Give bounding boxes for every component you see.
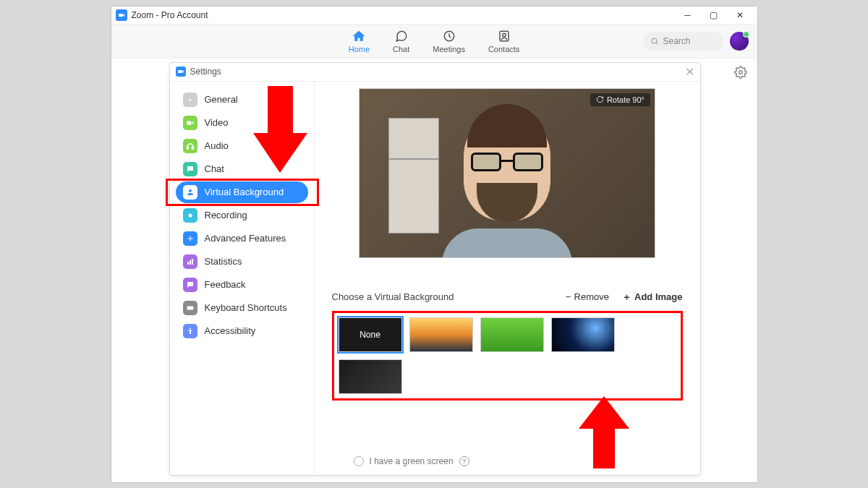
remove-background-button[interactable]: − Remove <box>566 291 609 304</box>
window-title: Zoom - Pro Account <box>132 10 208 20</box>
gear-icon <box>183 93 197 107</box>
plus-icon <box>183 231 197 246</box>
tab-home-label: Home <box>349 45 370 53</box>
sidebar-item-advanced-features[interactable]: Advanced Features <box>176 228 308 249</box>
sidebar-item-virtual-background[interactable]: Virtual Background <box>176 181 308 203</box>
svg-rect-12 <box>192 259 193 265</box>
svg-rect-7 <box>192 147 193 149</box>
sidebar-item-accessibility[interactable]: Accessibility <box>176 320 308 342</box>
record-icon <box>183 208 197 223</box>
titlebar: Zoom - Pro Account ─ ▢ ✕ <box>111 7 757 24</box>
help-icon[interactable]: ? <box>459 456 469 466</box>
keyboard-icon <box>183 301 197 315</box>
video-preview: Rotate 90° <box>359 88 655 258</box>
add-image-button[interactable]: ＋ Add Image <box>622 291 682 304</box>
headphones-icon <box>183 139 197 153</box>
person-icon <box>183 185 197 200</box>
sidebar-item-label: Feedback <box>205 279 246 290</box>
svg-point-14 <box>190 328 191 329</box>
svg-point-3 <box>652 38 657 43</box>
sidebar-item-recording[interactable]: Recording <box>176 205 308 226</box>
search-icon <box>650 37 659 46</box>
tab-chat[interactable]: Chat <box>393 29 409 53</box>
choose-background-label: Choose a Virtual Background <box>332 291 454 302</box>
clock-icon <box>442 29 456 43</box>
sidebar-item-label: Keyboard Shortcuts <box>205 302 287 313</box>
green-screen-checkbox[interactable] <box>354 456 364 466</box>
tab-meetings[interactable]: Meetings <box>433 29 465 53</box>
rotate-button[interactable]: Rotate 90° <box>590 93 650 106</box>
sidebar-item-general[interactable]: General <box>176 89 308 111</box>
zoom-logo-icon <box>116 9 127 21</box>
background-tile-grass[interactable] <box>480 317 544 352</box>
sidebar-item-label: Recording <box>205 210 247 221</box>
zoom-main-window: Zoom - Pro Account ─ ▢ ✕ Home Chat Meeti… <box>111 6 758 483</box>
sidebar-item-chat[interactable]: Chat <box>176 158 308 180</box>
background-tile-none[interactable]: None <box>339 317 402 352</box>
svg-rect-13 <box>187 306 193 309</box>
sidebar-item-video[interactable]: Video <box>176 112 308 134</box>
close-button[interactable]: ✕ <box>727 8 753 22</box>
chat-icon <box>183 162 197 176</box>
sidebar-item-label: Video <box>205 117 229 128</box>
sidebar-item-label: General <box>205 94 238 105</box>
svg-rect-10 <box>187 262 189 265</box>
chat-icon <box>394 29 409 43</box>
tab-meetings-label: Meetings <box>433 45 465 53</box>
avatar[interactable] <box>730 32 749 51</box>
sidebar-item-label: Accessibility <box>205 325 256 336</box>
sidebar-item-label: Statistics <box>205 256 242 267</box>
tab-contacts-label: Contacts <box>488 45 519 53</box>
tile-none-label: None <box>359 330 380 340</box>
svg-point-9 <box>188 213 192 217</box>
rotate-label: Rotate 90° <box>607 95 644 104</box>
sidebar-item-audio[interactable]: Audio <box>176 135 308 157</box>
background-tile-custom[interactable] <box>339 359 402 394</box>
tab-chat-label: Chat <box>393 45 409 53</box>
sidebar-item-label: Audio <box>205 140 229 151</box>
svg-rect-11 <box>190 260 191 265</box>
settings-close-button[interactable]: ✕ <box>685 65 694 79</box>
settings-sidebar: General Video Audio Chat <box>170 82 315 475</box>
svg-point-8 <box>189 189 192 192</box>
settings-window: Settings ✕ General Video <box>169 62 701 476</box>
svg-point-5 <box>189 98 191 100</box>
maximize-button[interactable]: ▢ <box>701 8 727 22</box>
contacts-icon <box>497 29 511 43</box>
svg-rect-6 <box>187 147 188 149</box>
background-tiles-grid: None <box>332 311 683 401</box>
preview-person <box>427 98 587 258</box>
search-placeholder: Search <box>663 36 691 46</box>
search-input[interactable]: Search <box>643 32 723 51</box>
background-tile-space[interactable] <box>551 317 615 352</box>
rotate-icon <box>596 95 604 103</box>
main-toolbar: Home Chat Meetings Contacts Search <box>111 24 757 59</box>
accessibility-icon <box>183 324 197 338</box>
chart-icon <box>183 254 197 269</box>
content-area: Settings ✕ General Video <box>111 59 757 482</box>
svg-point-2 <box>502 33 506 37</box>
background-tile-bridge[interactable] <box>409 317 473 352</box>
settings-title: Settings <box>190 67 221 77</box>
svg-point-4 <box>739 70 742 74</box>
zoom-logo-icon <box>176 67 186 77</box>
sidebar-item-label: Virtual Background <box>205 187 284 197</box>
gear-icon[interactable] <box>734 66 747 82</box>
sidebar-item-keyboard-shortcuts[interactable]: Keyboard Shortcuts <box>176 297 308 319</box>
sidebar-item-label: Chat <box>205 163 224 174</box>
video-icon <box>183 116 197 130</box>
settings-main-panel: Rotate 90° Choose a Virtual Background −… <box>315 82 700 475</box>
minimize-button[interactable]: ─ <box>675 8 701 22</box>
green-screen-label: I have a green screen <box>370 456 454 466</box>
sidebar-item-feedback[interactable]: Feedback <box>176 274 308 296</box>
tab-contacts[interactable]: Contacts <box>488 29 519 53</box>
sidebar-item-label: Advanced Features <box>205 233 286 244</box>
tab-home[interactable]: Home <box>349 29 370 53</box>
settings-titlebar: Settings ✕ <box>170 63 700 82</box>
home-icon <box>352 29 366 43</box>
feedback-icon <box>183 278 197 292</box>
sidebar-item-statistics[interactable]: Statistics <box>176 251 308 273</box>
